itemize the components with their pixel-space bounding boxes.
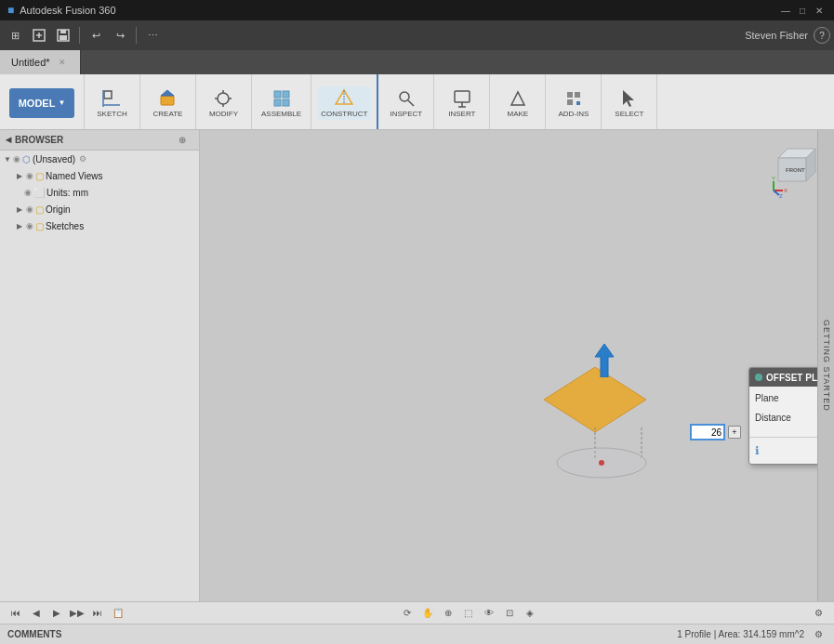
close-button[interactable]: ✕ — [812, 3, 827, 18]
ribbon-group-addins: ADD-INS — [546, 74, 602, 129]
play-start-button[interactable]: ⏮ — [7, 605, 24, 622]
assemble-label: ASSEMBLE — [261, 110, 301, 118]
bottom-toolbar: ⏮ ◀ ▶ ▶▶ ⏭ 📋 ⟳ ✋ ⊕ ⬚ 👁 ⊡ ◈ ⚙ — [0, 601, 834, 624]
modify-button[interactable]: MODIFY — [205, 86, 242, 120]
svg-rect-27 — [575, 92, 580, 98]
tab-bar: Untitled* ✕ — [0, 50, 834, 74]
view-button[interactable]: 👁 — [481, 605, 497, 622]
play-next-button[interactable]: ▶▶ — [69, 605, 86, 622]
browser-item-root[interactable]: ▼ ◉ ⬡ (Unsaved) ⚙ — [0, 151, 199, 167]
browser-panel: ◀ BROWSER ⊕ ▼ ◉ ⬡ (Unsaved) ⚙ ▶ ◉ ▢ Name… — [0, 130, 200, 601]
create-button[interactable]: CREATE — [150, 86, 187, 120]
construct-button[interactable]: CONSTRUCT — [317, 86, 371, 120]
title-bar: ■ Autodesk Fusion 360 — □ ✕ — [0, 0, 834, 20]
redo-button[interactable]: ↪ — [109, 24, 131, 46]
assemble-button[interactable]: ASSEMBLE — [258, 86, 305, 120]
create-label: CREATE — [153, 110, 183, 118]
browser-settings-button[interactable]: ⊕ — [171, 129, 193, 151]
browser-item-units[interactable]: ◉ ⬜ Units: mm — [0, 184, 199, 201]
browser-item-label: (Unsaved) — [33, 154, 75, 164]
play-end-button[interactable]: ⏭ — [89, 605, 106, 622]
svg-rect-15 — [283, 91, 289, 98]
browser-item-sketches[interactable]: ▶ ◉ ▢ Sketches — [0, 217, 199, 234]
addins-label: ADD-INS — [558, 110, 589, 118]
addins-button[interactable]: ADD-INS — [554, 86, 592, 120]
fit-button[interactable]: ⬚ — [460, 605, 477, 622]
svg-rect-26 — [567, 92, 573, 98]
more-button[interactable]: ⋯ — [141, 24, 164, 46]
bottom-toolbar-right: ⚙ — [810, 605, 827, 622]
app-title: Autodesk Fusion 360 — [20, 5, 115, 16]
minimize-button[interactable]: — — [778, 3, 793, 18]
insert-label: INSERT — [448, 110, 475, 118]
svg-rect-3 — [60, 35, 67, 40]
modify-label: MODIFY — [209, 110, 238, 118]
display-settings-button[interactable]: ⊡ — [501, 605, 518, 622]
viewport[interactable]: + OFFSET PLANE Plane 1 selected ✕ D — [200, 130, 834, 601]
title-bar-left: ■ Autodesk Fusion 360 — [7, 4, 116, 17]
insert-button[interactable]: INSERT — [444, 86, 479, 120]
save-button[interactable] — [52, 24, 74, 46]
model-button[interactable]: MODEL ▼ — [9, 88, 74, 118]
orbit-button[interactable]: ⟳ — [399, 605, 416, 622]
undo-button[interactable]: ↩ — [85, 24, 107, 46]
info-icon[interactable]: ℹ — [755, 444, 760, 457]
maximize-button[interactable]: □ — [795, 3, 810, 18]
assemble-icon — [271, 88, 292, 109]
zoom-button[interactable]: ⊕ — [440, 605, 457, 622]
inspect-button[interactable]: INSPECT — [387, 86, 427, 120]
svg-point-36 — [599, 460, 604, 466]
getting-started-panel[interactable]: GETTING STARTED — [817, 130, 834, 601]
svg-marker-30 — [623, 90, 634, 107]
browser-item-label: Units: mm — [46, 188, 88, 198]
make-button[interactable]: MAKE — [501, 86, 535, 120]
svg-marker-32 — [595, 344, 614, 377]
tab-untitled[interactable]: Untitled* ✕ — [0, 50, 81, 74]
eye-icon: ◉ — [13, 154, 20, 164]
svg-text:FRONT: FRONT — [786, 167, 805, 173]
browser-item-origin[interactable]: ▶ ◉ ▢ Origin — [0, 201, 199, 217]
browser-item-named-views[interactable]: ▶ ◉ ▢ Named Views — [0, 167, 199, 184]
settings-gear-icon[interactable]: ⚙ — [79, 154, 86, 164]
eye-icon: ◉ — [24, 188, 32, 197]
make-icon — [508, 88, 528, 109]
tab-label: Untitled* — [11, 57, 50, 68]
browser-title: BROWSER — [15, 135, 63, 145]
browser-collapse-icon[interactable]: ◀ — [6, 136, 11, 144]
svg-point-20 — [400, 92, 409, 101]
render-button[interactable]: ◈ — [522, 605, 538, 622]
inline-distance-input[interactable] — [690, 424, 725, 440]
modify-icon — [213, 88, 233, 109]
svg-rect-2 — [60, 30, 66, 33]
new-design-button[interactable] — [28, 24, 50, 46]
ribbon-group-insert: INSERT — [434, 74, 490, 129]
ribbon-group-modify: MODIFY — [196, 74, 252, 129]
plus-button[interactable]: + — [728, 426, 741, 439]
title-bar-controls: — □ ✕ — [778, 3, 827, 18]
svg-marker-8 — [161, 90, 174, 96]
svg-rect-16 — [274, 99, 281, 106]
pan-button[interactable]: ✋ — [419, 605, 436, 622]
toolbar-right: Steven Fisher ? — [745, 27, 830, 44]
sketch-button[interactable]: SKETCH — [93, 86, 130, 120]
viewcube[interactable]: FRONT X Y Z — [769, 139, 825, 195]
grid-menu-button[interactable]: ⊞ — [4, 24, 26, 46]
timeline-button[interactable]: 📋 — [110, 605, 126, 622]
root-icon: ⬡ — [22, 154, 31, 164]
svg-rect-22 — [455, 91, 470, 102]
select-button[interactable]: SELECT — [611, 86, 647, 120]
tab-close-button[interactable]: ✕ — [56, 56, 69, 69]
units-icon: ⬜ — [33, 188, 45, 198]
insert-icon — [452, 88, 472, 109]
comments-settings-button[interactable]: ⚙ — [810, 626, 827, 643]
grid-settings-button[interactable]: ⚙ — [810, 605, 827, 622]
browser-item-label: Named Views — [46, 171, 103, 181]
addins-icon — [563, 88, 584, 109]
ellipse-shape — [555, 446, 648, 481]
construct-label: CONSTRUCT — [321, 110, 367, 118]
play-prev-button[interactable]: ◀ — [28, 605, 45, 622]
main-area: ◀ BROWSER ⊕ ▼ ◉ ⬡ (Unsaved) ⚙ ▶ ◉ ▢ Name… — [0, 130, 834, 601]
play-button[interactable]: ▶ — [48, 605, 65, 622]
svg-rect-4 — [104, 91, 112, 99]
help-button[interactable]: ? — [814, 27, 830, 44]
